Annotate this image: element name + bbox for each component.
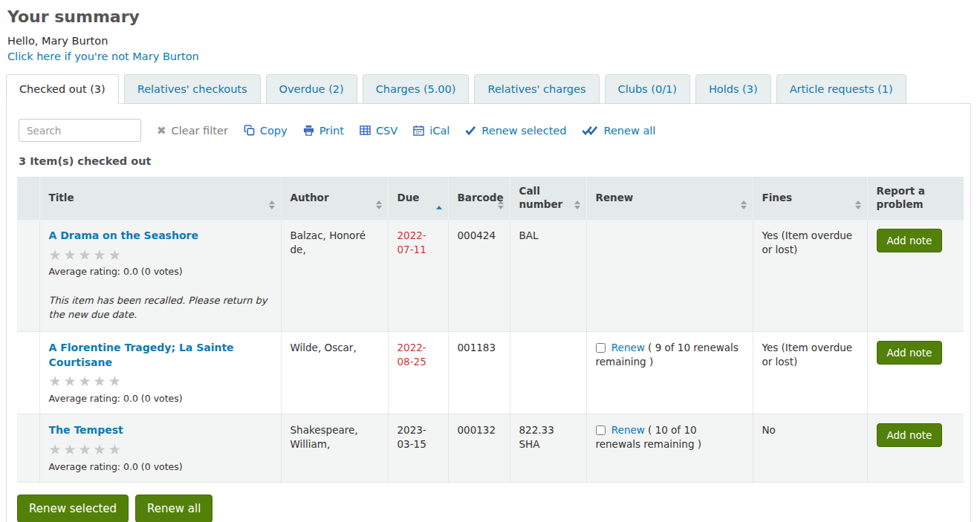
header-call-number[interactable]: Call number: [510, 177, 586, 220]
tab-bar: Checked out (3) Relatives' checkouts Ove…: [6, 74, 971, 103]
clear-filter-x-icon: ✖: [157, 124, 166, 137]
due-date-cell: 2022-08-25: [388, 331, 448, 414]
table-header-row: Title Author Due Barcode Call number Ren…: [17, 177, 964, 220]
table-row: A Florentine Tragedy; La Sainte Courtisa…: [17, 331, 964, 414]
renew-link[interactable]: Renew: [611, 342, 645, 353]
greeting-text: Hello, Mary Burton: [7, 35, 971, 47]
copy-button[interactable]: Copy: [244, 125, 288, 137]
print-label: Print: [319, 125, 344, 137]
renew-link[interactable]: Renew: [611, 424, 645, 436]
renew-checkbox[interactable]: [596, 343, 606, 353]
footer-buttons: Renew selected Renew all: [17, 495, 960, 522]
tab-article-requests[interactable]: Article requests (1): [776, 74, 906, 104]
print-icon: [303, 125, 314, 136]
header-empty: [17, 177, 39, 220]
call-number-cell: [510, 331, 586, 414]
checkouts-table: Title Author Due Barcode Call number Ren…: [17, 177, 964, 483]
header-renew[interactable]: Renew: [586, 177, 753, 220]
star-rating-icons[interactable]: ★★★★★: [49, 442, 272, 458]
sort-icon: [855, 200, 861, 209]
add-note-button[interactable]: Add note: [877, 229, 943, 252]
search-input[interactable]: [19, 119, 141, 142]
renew-selected-label: Renew selected: [481, 125, 566, 137]
renew-selected-button[interactable]: Renew selected: [17, 495, 129, 522]
sort-icon: [269, 200, 275, 209]
author-cell: Balzac, Honoré de,: [281, 220, 388, 331]
call-number-cell: 822.33 SHA: [510, 414, 586, 483]
title-link[interactable]: The Tempest: [49, 424, 123, 436]
barcode-cell: 000424: [448, 220, 510, 331]
average-rating: Average rating: 0.0 (0 votes): [49, 265, 272, 278]
renew-cell: Renew ( 10 of 10 renewals remaining ): [586, 414, 753, 483]
title-link[interactable]: A Drama on the Seashore: [49, 229, 198, 241]
sort-icon: [498, 200, 504, 209]
renew-checkbox[interactable]: [596, 425, 606, 435]
tab-relatives-checkouts[interactable]: Relatives' checkouts: [124, 74, 261, 104]
header-due[interactable]: Due: [388, 177, 448, 220]
tab-relatives-charges[interactable]: Relatives' charges: [474, 74, 599, 104]
table-icon: [360, 125, 371, 136]
add-note-button[interactable]: Add note: [877, 341, 943, 365]
print-button[interactable]: Print: [303, 125, 344, 137]
copy-label: Copy: [260, 125, 288, 137]
clear-filter-label: Clear filter: [172, 125, 228, 137]
clear-filter-button[interactable]: ✖ Clear filter: [157, 124, 228, 137]
header-barcode[interactable]: Barcode: [448, 177, 510, 220]
fines-cell: Yes (Item overdue or lost): [753, 331, 867, 414]
title-link[interactable]: A Florentine Tragedy; La Sainte Courtisa…: [49, 342, 234, 368]
report-cell: Add note: [867, 414, 964, 483]
tab-clubs[interactable]: Clubs (0/1): [605, 74, 690, 104]
tab-charges[interactable]: Charges (5.00): [363, 74, 470, 104]
header-author[interactable]: Author: [281, 177, 388, 220]
report-cell: Add note: [867, 220, 964, 331]
table-toolbar: ✖ Clear filter Copy Print: [19, 119, 960, 142]
sort-icon: [741, 200, 747, 209]
barcode-cell: 000132: [448, 414, 510, 483]
add-note-button[interactable]: Add note: [877, 423, 943, 447]
star-rating-icons[interactable]: ★★★★★: [49, 247, 272, 264]
title-cell: A Drama on the Seashore ★★★★★ Average ra…: [39, 220, 281, 331]
author-cell: Wilde, Oscar,: [281, 331, 388, 414]
call-number-cell: BAL: [510, 220, 586, 331]
ical-button[interactable]: iCal: [413, 125, 450, 137]
report-cell: Add note: [867, 331, 964, 414]
calendar-icon: [413, 125, 424, 136]
author-cell: Shakespeare, William,: [281, 414, 388, 483]
table-row: The Tempest ★★★★★ Average rating: 0.0 (0…: [17, 414, 964, 483]
fines-cell: Yes (Item overdue or lost): [753, 220, 867, 331]
tab-overdue[interactable]: Overdue (2): [266, 74, 357, 104]
row-spacer-cell: [17, 414, 39, 483]
page-title: Your summary: [7, 7, 971, 26]
due-date-cell: 2022-07-11: [388, 220, 448, 331]
items-checked-out-count: 3 Item(s) checked out: [19, 155, 960, 167]
renew-all-button[interactable]: Renew all: [135, 495, 212, 522]
row-spacer-cell: [17, 331, 39, 414]
renew-selected-tool[interactable]: Renew selected: [465, 125, 566, 137]
ical-label: iCal: [429, 125, 450, 137]
barcode-cell: 001183: [448, 331, 510, 414]
header-fines[interactable]: Fines: [753, 177, 867, 220]
average-rating: Average rating: 0.0 (0 votes): [49, 392, 272, 405]
row-spacer-cell: [17, 220, 39, 331]
check-icon: [465, 125, 476, 135]
sort-icon: [574, 200, 580, 209]
average-rating: Average rating: 0.0 (0 votes): [49, 460, 272, 474]
header-report-problem: Report a problem: [867, 177, 964, 220]
renew-cell: [586, 220, 753, 331]
csv-button[interactable]: CSV: [360, 125, 397, 137]
tab-checked-out[interactable]: Checked out (3): [6, 74, 119, 104]
not-you-link[interactable]: Click here if you're not Mary Burton: [7, 50, 199, 62]
renew-all-tool[interactable]: Renew all: [582, 125, 655, 137]
double-check-icon: [582, 125, 598, 135]
table-row: A Drama on the Seashore ★★★★★ Average ra…: [17, 220, 964, 331]
sort-asc-icon: [436, 206, 442, 209]
renew-cell: Renew ( 9 of 10 renewals remaining ): [586, 331, 753, 414]
recall-note: This item has been recalled. Please retu…: [49, 293, 272, 322]
title-cell: The Tempest ★★★★★ Average rating: 0.0 (0…: [39, 414, 281, 483]
tab-holds[interactable]: Holds (3): [695, 74, 771, 104]
csv-label: CSV: [376, 125, 397, 137]
due-date-cell: 2023-03-15: [388, 414, 448, 483]
fines-cell: No: [753, 414, 867, 483]
header-title[interactable]: Title: [39, 177, 281, 220]
star-rating-icons[interactable]: ★★★★★: [49, 373, 272, 390]
